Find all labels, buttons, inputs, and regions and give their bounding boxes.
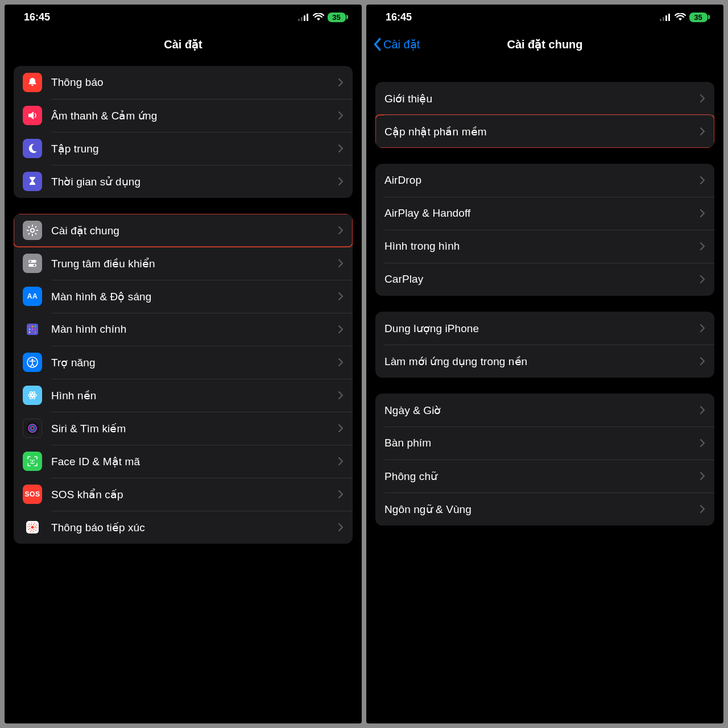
settings-row-am-thanh-cam-ung[interactable]: Âm thanh & Cảm ứng (14, 99, 353, 132)
wifi-icon (313, 13, 324, 21)
row-label: Siri & Tìm kiếm (51, 422, 338, 435)
general-row-ngay-gio[interactable]: Ngày & Giờ (375, 394, 714, 427)
settings-group: Thông báoÂm thanh & Cảm ứngTập trungThời… (14, 66, 353, 198)
general-row-dung-luong-iphone[interactable]: Dung lượng iPhone (375, 312, 714, 345)
page-title: Cài đặt chung (507, 38, 582, 51)
moon-icon (23, 139, 42, 158)
general-row-gioi-thieu[interactable]: Giới thiệu (375, 82, 714, 115)
svg-rect-36 (663, 17, 664, 21)
general-row-ngon-ngu-vung[interactable]: Ngôn ngữ & Vùng (375, 493, 714, 526)
settings-row-tap-trung[interactable]: Tập trung (14, 132, 353, 165)
row-label: Phông chữ (384, 470, 700, 483)
settings-row-sos-khan-cap[interactable]: SOSSOS khẩn cấp (14, 478, 353, 511)
chevron-right-icon (338, 523, 344, 532)
row-label: Dung lượng iPhone (384, 322, 700, 335)
svg-point-14 (32, 329, 34, 330)
settings-row-face-id-mat-ma[interactable]: Face ID & Mật mã (14, 445, 353, 478)
general-content[interactable]: Giới thiệuCập nhật phần mềmAirDropAirPla… (366, 59, 723, 723)
row-label: SOS khẩn cấp (51, 488, 338, 501)
row-label: Face ID & Mật mã (51, 455, 338, 468)
row-label: Hình trong hình (384, 240, 700, 253)
wifi-icon (675, 13, 686, 21)
cellular-signal-icon (298, 13, 309, 21)
apps-icon (23, 320, 42, 339)
chevron-right-icon (338, 177, 344, 186)
settings-row-trung-tam-ieu-khien[interactable]: Trung tâm điều khiển (14, 247, 353, 280)
row-label: Màn hình chính (51, 323, 338, 336)
row-label: Cài đặt chung (51, 224, 338, 237)
general-group: Ngày & GiờBàn phímPhông chữNgôn ngữ & Vù… (375, 394, 714, 526)
chevron-right-icon (338, 391, 344, 400)
general-group: Giới thiệuCập nhật phần mềm (375, 82, 714, 148)
settings-row-tro-nang[interactable]: Trợ năng (14, 346, 353, 379)
status-bar: 16:45 35 (366, 5, 723, 30)
chevron-right-icon (338, 457, 344, 466)
svg-rect-3 (307, 14, 308, 21)
nav-header: Cài đặt (5, 30, 362, 59)
general-row-cap-nhat-phan-mem[interactable]: Cập nhật phần mềm (375, 115, 714, 148)
siri-icon (23, 419, 42, 438)
chevron-left-icon (372, 38, 382, 51)
general-row-hinh-trong-hinh[interactable]: Hình trong hình (375, 230, 714, 263)
toggles-icon (23, 254, 42, 273)
gear-icon (23, 221, 42, 240)
settings-row-cai-at-chung[interactable]: Cài đặt chung (14, 214, 353, 247)
chevron-right-icon (700, 242, 705, 251)
settings-row-thong-bao-tiep-xuc[interactable]: Thông báo tiếp xúc (14, 511, 353, 544)
settings-row-thong-bao[interactable]: Thông báo (14, 66, 353, 99)
svg-point-10 (29, 326, 31, 328)
svg-point-4 (31, 229, 35, 233)
chevron-right-icon (700, 94, 705, 103)
chevron-right-icon (338, 226, 344, 235)
svg-rect-38 (668, 14, 670, 21)
svg-point-6 (30, 260, 32, 263)
svg-rect-2 (304, 15, 305, 21)
svg-rect-1 (301, 17, 303, 21)
settings-content[interactable]: Thông báoÂm thanh & Cảm ứngTập trungThời… (5, 59, 362, 723)
row-label: Cập nhật phần mềm (384, 125, 700, 138)
general-row-lam-moi-ung-dung-trong-nen[interactable]: Làm mới ứng dụng trong nền (375, 345, 714, 378)
chevron-right-icon (338, 259, 344, 268)
chevron-right-icon (700, 209, 705, 218)
AA-icon: AA (23, 287, 42, 306)
general-row-phong-chu[interactable]: Phông chữ (375, 460, 714, 493)
general-group: Dung lượng iPhoneLàm mới ứng dụng trong … (375, 312, 714, 378)
page-title: Cài đặt (164, 38, 202, 51)
row-label: Làm mới ứng dụng trong nền (384, 355, 700, 368)
row-label: Giới thiệu (384, 92, 700, 105)
settings-row-thoi-gian-su-dung[interactable]: Thời gian sử dụng (14, 165, 353, 198)
cellular-signal-icon (660, 13, 671, 21)
row-label: Âm thanh & Cảm ứng (51, 109, 338, 122)
back-button[interactable]: Cài đặt (372, 30, 420, 59)
row-label: Màn hình & Độ sáng (51, 290, 338, 303)
settings-row-man-hinh-o-sang[interactable]: AAMàn hình & Độ sáng (14, 280, 353, 313)
hourglass-icon (23, 172, 42, 191)
SOS-icon: SOS (23, 485, 42, 504)
status-bar: 16:45 35 (5, 5, 362, 30)
status-right: 35 (298, 13, 346, 22)
nav-header: Cài đặt Cài đặt chung (366, 30, 723, 59)
general-row-airplay-handoff[interactable]: AirPlay & Handoff (375, 197, 714, 230)
svg-point-20 (31, 359, 33, 361)
chevron-right-icon (700, 471, 705, 481)
row-label: Trợ năng (51, 356, 338, 369)
general-row-ban-phim[interactable]: Bàn phím (375, 427, 714, 460)
general-group: AirDropAirPlay & HandoffHình trong hìnhC… (375, 164, 714, 296)
volume-icon (23, 106, 42, 125)
settings-row-man-hinh-chinh[interactable]: Màn hình chính (14, 313, 353, 346)
svg-point-17 (32, 332, 34, 333)
svg-point-12 (35, 326, 36, 328)
svg-point-11 (32, 326, 34, 328)
general-row-carplay[interactable]: CarPlay (375, 263, 714, 296)
row-label: Thông báo tiếp xúc (51, 521, 338, 534)
settings-row-hinh-nen[interactable]: Hình nền (14, 379, 353, 412)
chevron-right-icon (338, 78, 344, 87)
general-row-airdrop[interactable]: AirDrop (375, 164, 714, 197)
chevron-right-icon (700, 127, 705, 136)
settings-group: Cài đặt chungTrung tâm điều khiểnAAMàn h… (14, 214, 353, 544)
settings-row-siri-tim-kiem[interactable]: Siri & Tìm kiếm (14, 412, 353, 445)
chevron-right-icon (338, 111, 344, 120)
chevron-right-icon (700, 439, 705, 448)
chevron-right-icon (700, 504, 705, 514)
row-label: AirDrop (384, 174, 700, 187)
